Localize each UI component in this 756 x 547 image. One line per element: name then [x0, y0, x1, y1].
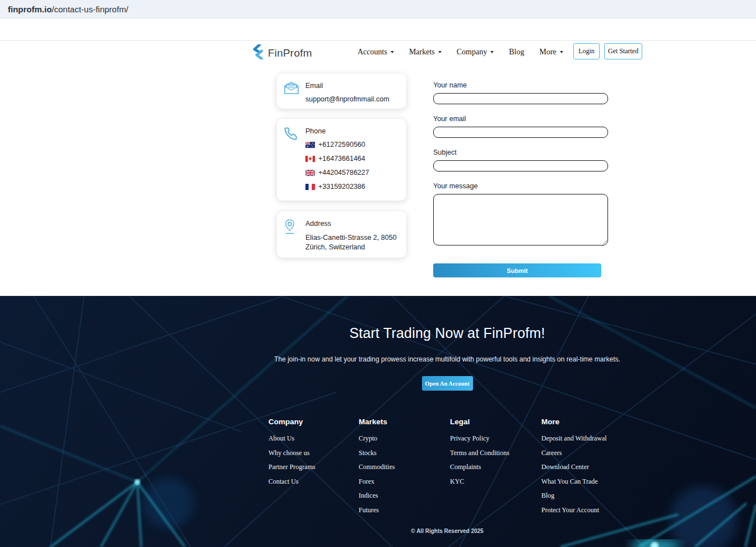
phone-number-row[interactable]: +442045786227	[305, 169, 398, 177]
email-address[interactable]: support@finprofmmail.com	[305, 95, 398, 103]
login-button[interactable]: Login	[573, 43, 600, 59]
subject-input[interactable]	[433, 160, 608, 171]
footer-link-forex[interactable]: Forex	[359, 478, 448, 486]
flag-australia-icon	[305, 142, 315, 148]
chevron-down-icon	[438, 51, 442, 53]
footer-link-why-choose-us[interactable]: Why choose us	[268, 449, 358, 457]
chevron-down-icon	[391, 51, 394, 53]
phone-number-row[interactable]: +61272590560	[305, 141, 398, 149]
browser-url-bar[interactable]: finprofm.io/contact-us-finprofm/	[0, 0, 756, 18]
url-domain: finprofm.io	[8, 4, 52, 14]
footer-column-title: Markets	[359, 418, 448, 426]
nav-item-markets[interactable]: Markets	[409, 48, 442, 57]
footer-link-kyc[interactable]: KYC	[450, 478, 540, 486]
footer-link-terms-and-conditions[interactable]: Terms and Conditions	[450, 449, 540, 457]
phone-number: +61272590560	[318, 141, 365, 149]
footer-column-title: Legal	[450, 418, 540, 426]
flag-uk-icon	[305, 170, 315, 176]
footer-column-title: Company	[268, 418, 358, 426]
cta-subtitle: The join-in now and let your trading pro…	[138, 355, 756, 363]
footer-link-stocks[interactable]: Stocks	[359, 449, 448, 457]
phone-number: +33159202386	[318, 183, 365, 191]
contact-form: Your name Your email Subject Your messag…	[433, 81, 608, 277]
email-card-title: Email	[305, 82, 398, 90]
footer-column-more: More Deposit and Withdrawal Careers Down…	[541, 418, 631, 520]
address-line-1: Elias-Canetti-Strasse 2, 8050	[305, 233, 398, 243]
location-pin-icon	[284, 219, 296, 237]
footer-link-partner-programs[interactable]: Partner Programs	[268, 463, 358, 471]
footer-link-privacy-policy[interactable]: Privacy Policy	[450, 434, 540, 443]
submit-button[interactable]: Submit	[433, 263, 601, 277]
email-label: Your email	[433, 115, 608, 123]
footer-link-protect-your-account[interactable]: Protect Your Account	[541, 506, 631, 514]
footer-link-complaints[interactable]: Complaints	[450, 463, 540, 471]
footer-link-download-center[interactable]: Download Center	[541, 463, 631, 471]
footer-link-deposit-and-withdrawal[interactable]: Deposit and Withdrawal	[541, 434, 631, 443]
message-textarea[interactable]	[433, 194, 608, 245]
envelope-icon	[284, 81, 299, 97]
name-label: Your name	[433, 81, 608, 89]
open-account-button[interactable]: Open An Account	[422, 376, 473, 391]
url-text: finprofm.io/contact-us-finprofm/	[8, 4, 128, 14]
message-label: Your message	[433, 182, 608, 190]
footer-link-commodities[interactable]: Commodities	[359, 463, 448, 471]
footer-link-crypto[interactable]: Crypto	[359, 434, 448, 443]
footer-link-contact-us[interactable]: Contact Us	[268, 478, 358, 486]
subject-label: Subject	[433, 149, 608, 156]
footer-link-futures[interactable]: Futures	[359, 506, 448, 514]
phone-card-title: Phone	[305, 127, 398, 135]
url-path: /contact-us-finprofm/	[52, 4, 128, 14]
nav-item-company[interactable]: Company	[457, 48, 494, 57]
email-input[interactable]	[433, 127, 608, 138]
footer-link-about-us[interactable]: About Us	[268, 434, 358, 443]
nav-item-blog[interactable]: Blog	[509, 48, 524, 57]
copyright-text: © All Rights Reserved 2025	[138, 528, 756, 534]
footer-link-careers[interactable]: Careers	[541, 449, 631, 457]
get-started-button[interactable]: Get Started	[604, 43, 642, 59]
footer-column-markets: Markets Crypto Stocks Commodities Forex …	[359, 418, 448, 520]
name-input[interactable]	[433, 93, 608, 104]
cta-block: Start Trading Now at FinProfm! The join-…	[138, 296, 756, 391]
address-card: Address Elias-Canetti-Strasse 2, 8050 Zü…	[277, 211, 406, 258]
footer-link-indices[interactable]: Indices	[359, 492, 448, 500]
cta-title: Start Trading Now at FinProfm!	[138, 325, 756, 341]
footer-link-what-you-can-trade[interactable]: What You Can Trade	[541, 478, 631, 486]
email-card: Email support@finprofmmail.com	[277, 73, 406, 109]
phone-number: +442045786227	[318, 169, 369, 177]
chevron-down-icon	[560, 51, 563, 53]
cta-footer-section: Start Trading Now at FinProfm! The join-…	[0, 296, 756, 547]
address-line-2: Zürich, Switzerland	[305, 243, 398, 252]
brand-name: FinProfm	[268, 47, 312, 59]
flag-france-icon	[305, 184, 315, 190]
brand-logo[interactable]: FinProfm	[252, 44, 312, 62]
site-header: FinProfm Accounts Markets Company Blog M…	[0, 41, 756, 63]
footer-column-company: Company About Us Why choose us Partner P…	[268, 418, 358, 492]
chevron-down-icon	[490, 51, 494, 53]
flag-canada-icon	[305, 156, 315, 162]
main-nav: Accounts Markets Company Blog More	[358, 48, 563, 57]
footer-link-blog[interactable]: Blog	[541, 492, 631, 500]
footer-column-title: More	[541, 418, 631, 426]
phone-number-row[interactable]: +16473661464	[305, 155, 398, 163]
nav-item-more[interactable]: More	[539, 48, 563, 57]
phone-number-row[interactable]: +33159202386	[305, 183, 398, 191]
page: finprofm.io/contact-us-finprofm/ FinProf…	[0, 0, 756, 547]
finprofm-logo-icon	[252, 44, 264, 62]
address-card-title: Address	[305, 220, 398, 228]
phone-icon	[284, 127, 298, 143]
phone-number: +16473661464	[318, 155, 365, 163]
footer-column-legal: Legal Privacy Policy Terms and Condition…	[450, 418, 540, 492]
nav-item-accounts[interactable]: Accounts	[358, 48, 394, 57]
phone-card: Phone +61272590560 +16473661464 +4420457…	[277, 119, 406, 201]
